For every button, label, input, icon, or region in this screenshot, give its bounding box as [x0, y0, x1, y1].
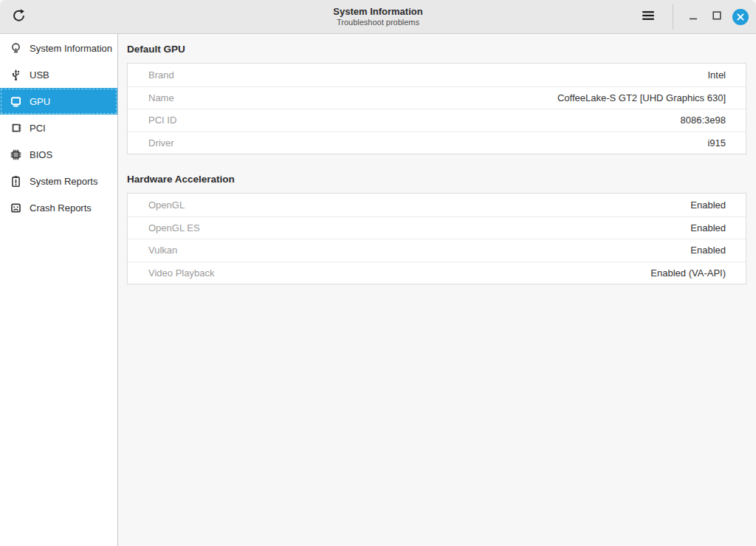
sidebar-item-system-reports[interactable]: System Reports: [0, 168, 117, 194]
row-value: Intel: [707, 69, 726, 81]
row-label: OpenGL: [148, 199, 185, 211]
titlebar-separator: [673, 4, 673, 30]
sidebar-item-pci[interactable]: PCI: [0, 115, 117, 141]
table-row-opengl-es: OpenGL ESEnabled: [128, 216, 746, 239]
row-label: PCI ID: [148, 115, 176, 126]
hamburger-icon: [640, 7, 656, 26]
row-value: CoffeeLake-S GT2 [UHD Graphics 630]: [557, 92, 726, 103]
row-label: Vulkan: [148, 245, 177, 256]
maximize-icon: [710, 9, 724, 24]
row-value: 8086:3e98: [681, 115, 726, 126]
sidebar-item-label: GPU: [30, 96, 50, 107]
sidebar-item-label: Crash Reports: [30, 202, 92, 214]
pci-card-icon: [9, 121, 22, 134]
main-area: System InformationUSBGPUPCIBIOSSystem Re…: [0, 34, 756, 546]
sidebar-item-usb[interactable]: USB: [0, 61, 117, 88]
sidebar-item-bios[interactable]: BIOS: [0, 141, 117, 168]
sidebar-item-label: System Reports: [30, 176, 97, 187]
titlebar: System Information Troubleshoot problems: [0, 0, 756, 34]
sidebar-item-label: PCI: [30, 123, 46, 134]
refresh-icon: [11, 8, 27, 26]
crash-face-icon: [9, 201, 22, 214]
sidebar-item-label: System Information: [30, 43, 112, 54]
clipboard-alert-icon: [9, 174, 22, 188]
table-row-vulkan: VulkanEnabled: [128, 239, 746, 262]
table-row-driver: Driveri915: [128, 132, 746, 154]
titlebar-controls: [636, 4, 756, 30]
table-row-opengl: OpenGLEnabled: [128, 194, 746, 216]
sidebar-item-system-information[interactable]: System Information: [0, 35, 117, 61]
table-row-brand: BrandIntel: [128, 64, 746, 86]
close-icon: [732, 9, 749, 25]
row-label: Video Playback: [148, 267, 214, 279]
section-title-default-gpu: Default GPU: [127, 44, 746, 55]
section-title-hardware-acceleration: Hardware Acceleration: [127, 174, 746, 185]
app-window: System Information Troubleshoot problems: [0, 0, 756, 546]
row-value: Enabled: [690, 245, 726, 256]
row-value: Enabled: [690, 222, 726, 233]
window-subtitle: Troubleshoot problems: [337, 17, 419, 27]
minimize-icon: [687, 9, 700, 24]
row-value: i915: [707, 137, 726, 149]
row-label: Name: [148, 92, 174, 103]
sidebar: System InformationUSBGPUPCIBIOSSystem Re…: [0, 34, 118, 546]
sidebar-item-crash-reports[interactable]: Crash Reports: [0, 194, 117, 221]
content-panel: Default GPUBrandIntelNameCoffeeLake-S GT…: [118, 34, 756, 546]
sidebar-item-label: USB: [30, 69, 49, 81]
table-row-pci-id: PCI ID8086:3e98: [128, 109, 746, 132]
table-row-name: NameCoffeeLake-S GT2 [UHD Graphics 630]: [128, 86, 746, 109]
refresh-button[interactable]: [6, 4, 31, 30]
info-table: OpenGLEnabledOpenGL ESEnabledVulkanEnabl…: [127, 193, 746, 284]
row-label: OpenGL ES: [148, 222, 200, 233]
table-row-video-playback: Video PlaybackEnabled (VA-API): [128, 262, 746, 284]
row-value: Enabled: [690, 199, 726, 211]
maximize-button[interactable]: [707, 7, 726, 27]
sidebar-item-label: BIOS: [30, 149, 52, 160]
close-button[interactable]: [731, 7, 750, 27]
window-title: System Information: [333, 6, 422, 17]
usb-icon: [9, 68, 22, 81]
menu-button[interactable]: [636, 4, 661, 30]
chip-icon: [9, 148, 22, 161]
row-label: Brand: [148, 69, 174, 81]
lightbulb-icon: [9, 41, 22, 55]
sidebar-item-gpu[interactable]: GPU: [0, 88, 117, 115]
row-value: Enabled (VA-API): [650, 267, 726, 279]
row-label: Driver: [148, 137, 174, 149]
monitor-icon: [9, 95, 22, 108]
minimize-button[interactable]: [684, 7, 703, 27]
info-table: BrandIntelNameCoffeeLake-S GT2 [UHD Grap…: [127, 63, 746, 154]
